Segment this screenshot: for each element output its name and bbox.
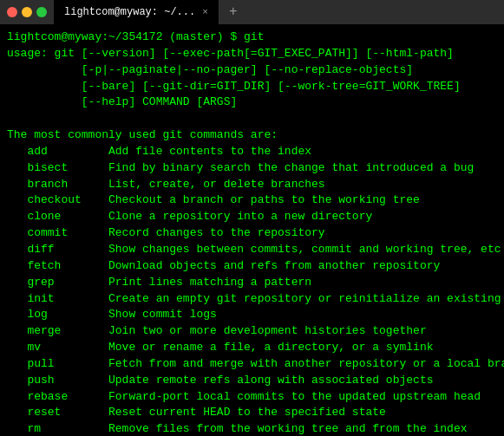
terminal[interactable]: lightcom@myway:~/354172 (master) $ git u… (0, 24, 504, 436)
terminal-line: fetch Download objects and refs from ano… (7, 258, 497, 275)
terminal-line: rm Remove files from the working tree an… (7, 421, 497, 436)
tab-bar: lightcom@myway: ~/... × + (54, 0, 497, 24)
active-tab[interactable]: lightcom@myway: ~/... × (54, 0, 219, 24)
terminal-line: [--bare] [--git-dir=GIT_DIR] [--work-tre… (7, 79, 497, 95)
terminal-line: rebase Forward-port local commits to the… (7, 389, 497, 406)
terminal-line: [--help] COMMAND [ARGS] (7, 94, 497, 111)
terminal-line: add Add file contents to the index (7, 144, 497, 160)
terminal-line: push Update remote refs along with assoc… (7, 373, 497, 389)
plus-icon: + (229, 4, 238, 20)
terminal-line: mv Move or rename a file, a directory, o… (7, 340, 497, 356)
terminal-line: pull Fetch from and merge with another r… (7, 356, 497, 373)
tab-close-icon[interactable]: × (202, 7, 208, 17)
terminal-line: commit Record changes to the repository (7, 225, 497, 242)
prompt-line-1: lightcom@myway:~/354172 (master) $ git (7, 29, 497, 46)
close-btn[interactable] (7, 7, 17, 17)
terminal-line: The most commonly used git commands are: (7, 127, 497, 144)
tab-label: lightcom@myway: ~/... (64, 6, 195, 18)
terminal-line (7, 111, 497, 127)
output-lines: usage: git [--version] [--exec-path[=GIT… (7, 46, 497, 436)
terminal-line: diff Show changes between commits, commi… (7, 242, 497, 258)
maximize-btn[interactable] (36, 7, 47, 17)
terminal-line: init Create an empty git repository or r… (7, 291, 497, 308)
terminal-line: [-p|--paginate|--no-pager] [--no-replace… (7, 62, 497, 79)
terminal-line: grep Print lines matching a pattern (7, 275, 497, 291)
terminal-line: merge Join two or more development histo… (7, 323, 497, 340)
terminal-line: log Show commit logs (7, 307, 497, 323)
minimize-btn[interactable] (22, 7, 32, 17)
terminal-line: branch List, create, or delete branches (7, 177, 497, 193)
terminal-line: bisect Find by binary search the change … (7, 160, 497, 177)
title-bar: lightcom@myway: ~/... × + (0, 0, 504, 24)
prompt-text: lightcom@myway:~/354172 (master) $ git (7, 30, 264, 43)
window-controls (7, 7, 47, 17)
terminal-line: checkout Checkout a branch or paths to t… (7, 192, 497, 209)
new-tab-button[interactable]: + (223, 2, 244, 23)
terminal-line: clone Clone a repository into a new dire… (7, 209, 497, 225)
terminal-line: reset Reset current HEAD to the specifie… (7, 405, 497, 421)
terminal-line: usage: git [--version] [--exec-path[=GIT… (7, 46, 497, 62)
